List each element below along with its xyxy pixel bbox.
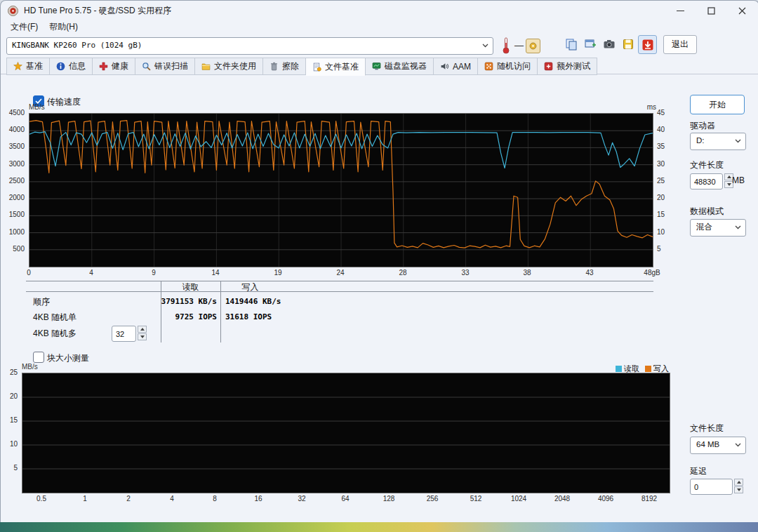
tab-benchmark[interactable]: 基准 bbox=[6, 58, 50, 75]
tab-random-access[interactable]: 随机访问 bbox=[478, 58, 538, 75]
menu-help[interactable]: 帮助(H) bbox=[44, 20, 84, 34]
sequential-read-value: 3791153 KB/s bbox=[154, 297, 217, 306]
camera-icon bbox=[603, 38, 616, 51]
titlebar: HD Tune Pro 5.75 - 硬盘/SSD 实用程序 bbox=[1, 1, 758, 20]
exit-button-label: 退出 bbox=[672, 39, 689, 51]
data-mode-dropdown[interactable]: 混合 bbox=[690, 219, 746, 237]
file-length-spinner[interactable]: 48830 bbox=[690, 173, 733, 189]
block-file-length-value: 64 MB bbox=[696, 437, 719, 452]
drive-selector-value: KINGBANK KP260 Pro (1024 gB) bbox=[12, 38, 142, 53]
tab-label: 错误扫描 bbox=[154, 60, 188, 72]
hdtune-window: HD Tune Pro 5.75 - 硬盘/SSD 实用程序 文件(F) 帮助(… bbox=[0, 0, 758, 524]
copy-screenshot-button[interactable] bbox=[562, 35, 580, 53]
extra-tests-icon bbox=[544, 62, 553, 71]
file-length-value[interactable]: 48830 bbox=[690, 173, 723, 189]
sequential-row-label: 顺序 bbox=[33, 296, 50, 308]
exit-button[interactable]: 退出 bbox=[663, 35, 697, 54]
drive-selector[interactable]: KINGBANK KP260 Pro (1024 gB) bbox=[6, 37, 493, 55]
tab-folder-usage[interactable]: 文件夹使用 bbox=[195, 58, 263, 75]
tab-file-benchmark[interactable]: 文件基准 bbox=[306, 58, 366, 76]
tab-extra-tests[interactable]: 额外测试 bbox=[538, 58, 597, 75]
chevron-down-icon bbox=[735, 225, 741, 230]
read-column-header: 读取 bbox=[161, 281, 220, 293]
delay-value[interactable]: 0 bbox=[690, 479, 733, 495]
menubar: 文件(F) 帮助(H) bbox=[1, 20, 84, 34]
block-size-checkbox[interactable] bbox=[33, 352, 44, 363]
screen: HD Tune Pro 5.75 - 硬盘/SSD 实用程序 文件(F) 帮助(… bbox=[0, 0, 758, 532]
tab-error-scan[interactable]: 错误扫描 bbox=[135, 58, 195, 75]
delay-spinner-up[interactable] bbox=[734, 479, 743, 486]
legend-read-swatch bbox=[616, 366, 622, 372]
error-scan-icon bbox=[142, 62, 151, 71]
tabbar: 基准 信息 健康 错误扫描 文件夹使用 擦除 bbox=[1, 58, 758, 74]
thermometer-icon bbox=[502, 36, 510, 54]
block-file-length-label: 文件长度 bbox=[690, 423, 724, 434]
queue-depth-value[interactable]: 32 bbox=[112, 326, 136, 342]
y-axis-labels: 252015105 bbox=[2, 373, 20, 492]
tab-erase[interactable]: 擦除 bbox=[263, 58, 306, 75]
down-arrow-icon bbox=[140, 335, 145, 338]
benchmark-icon bbox=[13, 62, 22, 71]
random-multi-row-label: 4KB 随机多 bbox=[33, 328, 77, 340]
menu-file[interactable]: 文件(F) bbox=[5, 20, 44, 34]
drive-dropdown-value: D: bbox=[696, 133, 705, 148]
tab-label: 随机访问 bbox=[497, 60, 531, 72]
tab-health[interactable]: 健康 bbox=[93, 58, 135, 75]
tab-label: AAM bbox=[453, 62, 471, 72]
delay-spinner-down[interactable] bbox=[734, 486, 743, 493]
block-file-length-dropdown[interactable]: 64 MB bbox=[690, 437, 746, 454]
file-benchmark-chart bbox=[29, 113, 653, 267]
transfer-speed-label: 传输速度 bbox=[47, 96, 81, 108]
start-button[interactable]: 开始 bbox=[690, 95, 745, 114]
save-image-icon bbox=[622, 38, 634, 51]
close-button[interactable] bbox=[726, 1, 757, 20]
desktop-wallpaper-strip bbox=[0, 522, 758, 532]
queue-depth-spinner-down[interactable] bbox=[138, 333, 147, 340]
y-axis-unit-right: ms bbox=[647, 103, 656, 111]
up-arrow-icon bbox=[737, 481, 741, 484]
tab-label: 磁盘监视器 bbox=[385, 60, 427, 72]
save-image-button[interactable] bbox=[619, 35, 637, 53]
random-single-write-value: 31618 IOPS bbox=[225, 312, 272, 321]
queue-depth-spinner[interactable]: 32 bbox=[112, 326, 147, 342]
table-divider bbox=[26, 291, 653, 292]
up-arrow-icon bbox=[140, 328, 145, 331]
tab-label: 健康 bbox=[112, 60, 128, 72]
app-icon bbox=[8, 6, 18, 16]
aam-icon bbox=[440, 62, 449, 71]
chevron-down-icon bbox=[735, 139, 741, 143]
tab-info[interactable]: 信息 bbox=[50, 58, 93, 75]
tab-label: 基准 bbox=[26, 60, 43, 72]
minimize-button[interactable] bbox=[665, 1, 696, 20]
y-axis-unit: MB/s bbox=[22, 363, 38, 371]
tab-aam[interactable]: AAM bbox=[434, 58, 478, 75]
random-single-row-label: 4KB 随机单 bbox=[33, 312, 77, 324]
down-arrow-icon bbox=[737, 488, 741, 491]
tab-disk-monitor[interactable]: 磁盘监视器 bbox=[366, 58, 434, 75]
maximize-button[interactable] bbox=[696, 1, 726, 20]
x-axis-labels: 0491419242833384348gB bbox=[29, 269, 652, 277]
tab-label: 文件基准 bbox=[325, 61, 359, 73]
copy-window-button[interactable] bbox=[581, 35, 599, 53]
health-icon bbox=[99, 62, 108, 71]
y-axis-unit-left: MB/s bbox=[29, 103, 45, 111]
window-title: HD Tune Pro 5.75 - 硬盘/SSD 实用程序 bbox=[24, 5, 171, 17]
delay-spinner[interactable]: 0 bbox=[690, 479, 743, 495]
minimize-icon bbox=[677, 7, 684, 15]
window-controls bbox=[665, 1, 757, 20]
queue-depth-spinner-up[interactable] bbox=[138, 326, 147, 333]
close-icon bbox=[738, 7, 746, 15]
drive-dropdown[interactable]: D: bbox=[690, 133, 746, 150]
write-column-header: 写入 bbox=[220, 281, 280, 293]
random-access-icon bbox=[484, 62, 493, 71]
download-button[interactable] bbox=[638, 35, 657, 54]
screenshot-button[interactable] bbox=[600, 35, 618, 53]
erase-icon bbox=[270, 62, 279, 71]
disk-monitor-icon bbox=[372, 62, 381, 71]
data-mode-label: 数据模式 bbox=[690, 206, 724, 218]
file-benchmark-icon bbox=[312, 62, 321, 72]
delay-label: 延迟 bbox=[690, 465, 707, 477]
tab-label: 额外测试 bbox=[557, 60, 590, 72]
data-mode-dropdown-value: 混合 bbox=[696, 220, 712, 234]
block-size-label: 块大小测量 bbox=[47, 352, 89, 364]
